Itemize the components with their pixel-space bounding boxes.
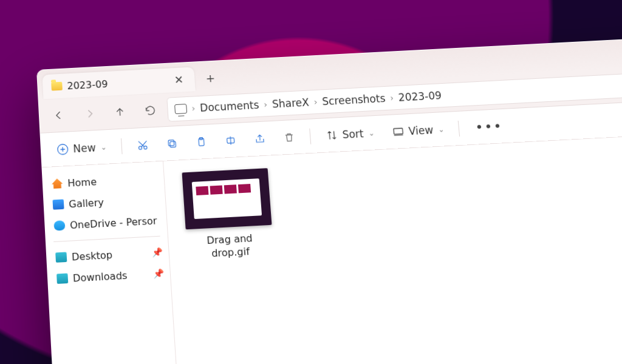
folder-icon bbox=[56, 273, 68, 284]
separator bbox=[309, 128, 311, 144]
chevron-down-icon: ⌄ bbox=[438, 125, 445, 134]
pin-icon: 📌 bbox=[152, 247, 163, 257]
chevron-right-icon: › bbox=[264, 99, 268, 109]
folder-icon bbox=[51, 82, 63, 91]
file-thumbnail bbox=[182, 168, 272, 229]
clipboard-icon bbox=[195, 135, 208, 149]
cut-button[interactable] bbox=[129, 132, 157, 158]
svg-point-2 bbox=[144, 146, 147, 149]
pin-icon: 📌 bbox=[153, 268, 164, 278]
svg-rect-3 bbox=[170, 141, 176, 147]
view-label: View bbox=[408, 124, 434, 137]
this-pc-icon bbox=[174, 104, 187, 114]
trash-icon bbox=[282, 130, 296, 144]
view-button[interactable]: View ⌄ bbox=[383, 116, 453, 144]
file-explorer-window: 2023-09 ✕ ＋ › Documents› ShareX bbox=[36, 35, 622, 364]
new-tab-button[interactable]: ＋ bbox=[197, 66, 224, 91]
svg-rect-4 bbox=[168, 140, 174, 146]
more-button[interactable]: ••• bbox=[466, 118, 511, 135]
scissors-icon bbox=[136, 138, 149, 152]
watermark: Neowin bbox=[520, 330, 605, 351]
chevron-right-icon: › bbox=[191, 103, 196, 113]
separator bbox=[458, 120, 460, 136]
rename-icon bbox=[224, 133, 238, 147]
refresh-icon bbox=[144, 104, 157, 116]
chevron-down-icon: ⌄ bbox=[368, 129, 375, 138]
breadcrumb-seg[interactable]: ShareX bbox=[272, 96, 309, 110]
arrow-up-icon bbox=[114, 106, 126, 118]
sort-button[interactable]: Sort ⌄ bbox=[317, 120, 383, 148]
nav-up-button[interactable] bbox=[106, 99, 134, 124]
folder-icon bbox=[55, 252, 67, 262]
home-icon bbox=[52, 178, 63, 189]
copy-button[interactable] bbox=[158, 130, 186, 157]
paste-button[interactable] bbox=[187, 129, 216, 155]
nav-refresh-button[interactable] bbox=[136, 98, 165, 123]
share-icon bbox=[253, 132, 267, 146]
arrow-left-icon bbox=[53, 109, 66, 121]
arrow-right-icon bbox=[83, 107, 96, 120]
file-item[interactable]: Drag and drop.gif bbox=[179, 168, 277, 262]
share-button[interactable] bbox=[245, 126, 274, 152]
file-pane[interactable]: Drag and drop.gif bbox=[163, 132, 622, 364]
sidebar-label: OneDrive - Persor bbox=[70, 215, 157, 231]
sidebar-label: Desktop bbox=[71, 249, 112, 263]
delete-button[interactable] bbox=[275, 124, 304, 150]
watermark-text: Neowin bbox=[547, 331, 605, 349]
tab-close-button[interactable]: ✕ bbox=[170, 71, 188, 89]
plus-circle-icon bbox=[56, 142, 70, 156]
tab-title: 2023-09 bbox=[67, 78, 108, 91]
view-icon bbox=[391, 124, 406, 138]
sort-label: Sort bbox=[342, 127, 364, 141]
sidebar-label: Downloads bbox=[72, 269, 128, 284]
sidebar-label: Gallery bbox=[69, 196, 104, 209]
nav-back-button[interactable] bbox=[45, 102, 73, 127]
sort-icon bbox=[325, 128, 340, 142]
sidebar-label: Home bbox=[67, 175, 97, 189]
gallery-icon bbox=[53, 199, 64, 209]
file-name: Drag and drop.gif bbox=[207, 232, 254, 261]
copy-icon bbox=[166, 136, 179, 150]
breadcrumb-seg[interactable]: Screenshots bbox=[321, 92, 386, 107]
svg-rect-8 bbox=[394, 128, 403, 134]
new-button[interactable]: New ⌄ bbox=[48, 134, 115, 162]
rename-button[interactable] bbox=[216, 127, 245, 153]
chevron-right-icon: › bbox=[390, 93, 394, 103]
breadcrumb-seg[interactable]: 2023-09 bbox=[398, 89, 442, 104]
chevron-right-icon: › bbox=[313, 96, 318, 106]
new-label: New bbox=[73, 141, 96, 155]
svg-point-1 bbox=[139, 146, 142, 149]
separator bbox=[121, 138, 123, 153]
breadcrumb-seg[interactable]: Documents bbox=[200, 98, 259, 113]
chevron-down-icon: ⌄ bbox=[100, 143, 107, 152]
sidebar: Home Gallery OneDrive - Persor Desktop 📌 bbox=[43, 161, 182, 364]
nav-forward-button[interactable] bbox=[75, 101, 103, 126]
separator bbox=[53, 236, 160, 242]
cloud-icon bbox=[53, 220, 65, 231]
neowin-logo-icon bbox=[520, 330, 541, 351]
